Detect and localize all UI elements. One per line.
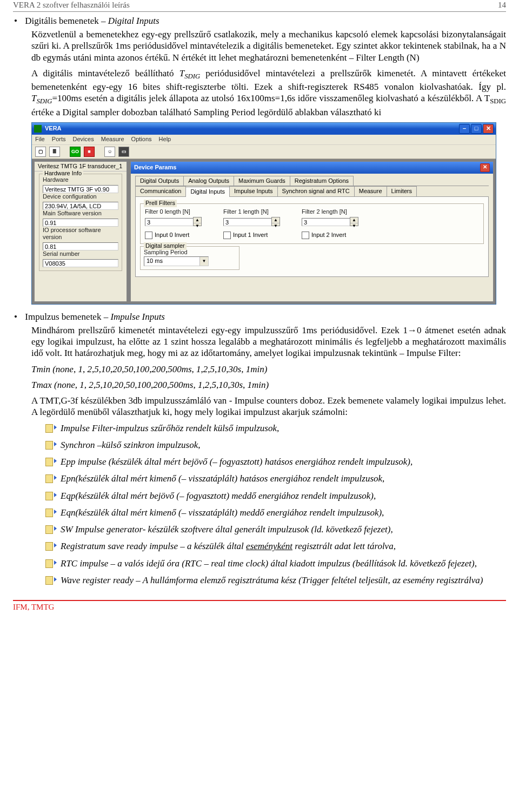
arrow-doc-icon [45,525,55,533]
sampling-period-dropdown[interactable]: 10 ms ▼ [144,256,209,266]
maximize-button[interactable]: □ [471,124,482,134]
list-text: Epn(készülék által mért kimenő (– vissza… [61,473,384,484]
filter1-spinner[interactable]: 3 ▲▼ [223,217,280,226]
filter2-spinner[interactable]: 3 ▲▼ [302,217,358,226]
label-config: Device configuration [43,193,118,201]
t: regisztrált adat lett tárolva, [292,541,396,551]
list-item: Epn(készülék által mért kimenő (– vissza… [45,473,506,484]
tab-synchron-rtc[interactable]: Synchron signal and RTC [277,186,355,196]
checkbox-label: Input 0 Invert [155,232,189,239]
para-1: Közvetlenül a bemenetekhez egy-egy prell… [31,29,506,63]
chevron-down-icon[interactable]: ▼ [199,257,208,266]
tab-registratum-options[interactable]: Registratum Options [290,176,354,186]
para-2: A digitális mintavételező beállítható TS… [31,68,506,118]
menu-options[interactable]: Options [131,136,152,142]
page-header: VERA 2 szoftver felhasználói leírás 14 [13,0,506,12]
arrow-doc-icon [45,474,55,482]
checkbox-icon[interactable] [302,232,309,239]
separator [98,147,101,156]
digital-sampler-fieldset: Digital sampler Sampling Period 10 ms ▼ [140,246,239,270]
titlebar: VERA – □ ✕ [32,123,496,135]
input2-invert-checkbox[interactable]: Input 2 Invert [302,232,358,239]
checkbox-icon[interactable] [145,232,152,239]
workspace: Veritesz TMTG 1F transducer_1 Hardware I… [32,159,496,304]
list-text: Epp impulse (készülék által mért bejövő … [61,456,412,467]
value-io: 0.81 [43,242,118,250]
menu-ports[interactable]: Ports [52,136,66,142]
list-text: Eqn(készülék által mért kimenő (– vissza… [61,507,384,518]
text: értéke a Digital sampler dobozban találh… [31,107,381,117]
input0-invert-checkbox[interactable]: Input 0 Invert [145,232,202,239]
list-text: SW Impulse generator- készülék szoftvere… [61,524,393,535]
label-hardware: Hardware [43,176,118,184]
menu-help[interactable]: Help [159,136,171,142]
tsdig: T [179,68,184,78]
tab-digital-outputs[interactable]: Digital Outputs [135,176,184,186]
value-hardware: Veritesz TMTG 3F v0.90 [43,185,118,193]
list-item: RTC impulse – a valós idejű óra (RTC – r… [45,558,506,569]
tab-limiters[interactable]: Limiters [387,186,417,196]
arrow-doc-icon [45,424,55,432]
list-text: Eqp(készülék által mért bejövő (– fogyas… [61,490,376,501]
filter0-label: Filter 0 length [N] [145,208,202,216]
list-text: Synchron –külső szinkron impulzusok, [61,439,200,451]
app-icon [34,125,42,133]
tool-print-icon[interactable]: ▭ [118,147,129,157]
tab-maximum-guards[interactable]: Maximum Guards [234,176,290,186]
menu-devices[interactable]: Devices [73,136,94,142]
page-number: 14 [498,0,506,10]
menu-measure[interactable]: Measure [101,136,124,142]
arrow-doc-icon [45,576,55,584]
tool-new-icon[interactable]: ▢ [35,147,46,157]
filter0-spinner[interactable]: 3 ▲▼ [145,217,202,226]
filter0-value[interactable]: 3 [145,218,194,226]
title-text: Device Params [134,164,176,171]
spinner-buttons[interactable]: ▲▼ [193,217,202,226]
input1-invert-checkbox[interactable]: Input 1 Invert [223,232,280,239]
arrow-doc-icon [45,509,55,516]
para-tmax: Tmax (none, 1, 2,5,10,20,50,100,200,500m… [31,379,506,391]
checkbox-icon[interactable] [223,232,231,239]
bullet-title-italic: Digital Inputs [108,16,159,26]
spinner-buttons[interactable]: ▲▼ [271,217,280,226]
tab-digital-inputs[interactable]: Digital Inputs [185,187,230,197]
tool-go-icon[interactable]: GO [70,147,81,157]
close-button[interactable]: ✕ [483,124,494,134]
device-close-button[interactable]: ✕ [480,163,490,172]
tab-impulse-inputs[interactable]: Impulse Inputs [229,186,278,196]
tool-users-icon[interactable]: ☺ [104,147,115,157]
footer-text: IFM, TMTG [13,603,54,611]
list-item: Impulse Filter-impulzus szűrőhöz rendelt… [45,422,506,434]
tab-communication[interactable]: Communication [135,186,186,196]
impulse-source-list: Impulse Filter-impulzus szűrőhöz rendelt… [45,422,506,586]
app-title: VERA [45,125,62,133]
menubar: File Ports Devices Measure Options Help [32,135,496,144]
bullet-title: Impulzus bemenetek – [25,312,110,322]
tab-measure[interactable]: Measure [354,186,387,196]
minimize-button[interactable]: – [459,124,470,134]
menu-file[interactable]: File [35,136,45,142]
filter2-value[interactable]: 3 [302,218,350,226]
tool-stop-icon[interactable]: ■ [84,147,95,157]
list-item: Synchron –külső szinkron impulzusok, [45,439,506,451]
underlined: eseményként [246,541,292,551]
tool-config-icon[interactable]: ≣ [49,147,60,157]
filter1-value[interactable]: 3 [223,218,272,226]
filter-1: Filter 1 length [N] 3 ▲▼ Input 1 Invert [223,208,280,239]
dropdown-value: 10 ms [144,257,199,266]
bullet-impulse-inputs: Impulzus bemenetek – Impulse Inputs [23,311,506,322]
bullet-digital-inputs: Digitális bemenetek – Digital Inputs [23,15,506,27]
digital-inputs-tab-content: Prell Filters Filter 0 length [N] 3 ▲▼ I… [135,197,489,277]
value-sn: V08035 [43,259,118,267]
text: A digitális mintavételező beállítható [31,68,179,78]
separator [63,147,66,156]
tab-analog-outputs[interactable]: Analog Outputs [183,176,234,186]
tabrow-1: Digital Outputs Analog Outputs Maximum G… [135,176,489,187]
list-item: Epp impulse (készülék által mért bejövő … [45,456,506,467]
tabrow-2: Communication Digital Inputs Impulse Inp… [135,186,489,197]
arrow-doc-icon [45,492,55,499]
text: =100ms esetén a digitális jelek állapota… [52,93,490,103]
spinner-buttons[interactable]: ▲▼ [350,217,358,226]
hardware-info-fieldset: Hardware Info Hardware Veritesz TMTG 3F … [39,174,122,271]
hardware-info-panel: Veritesz TMTG 1F transducer_1 Hardware I… [34,161,127,302]
